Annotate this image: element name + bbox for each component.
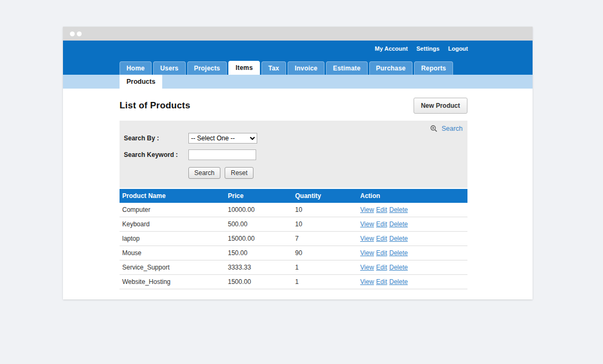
price-cell: 10000.00 — [225, 203, 292, 217]
search-buttons-row: Search Reset — [188, 167, 467, 179]
search-by-label: Search By : — [124, 134, 188, 142]
table-row: Service_Support3333.331ViewEditDelete — [120, 260, 467, 275]
search-toggle-link[interactable]: Search — [430, 125, 463, 132]
quantity-cell: 10 — [292, 203, 358, 217]
edit-link[interactable]: Edit — [376, 249, 387, 257]
tab-users[interactable]: Users — [153, 61, 185, 75]
edit-link[interactable]: Edit — [376, 278, 387, 286]
action-cell: ViewEditDelete — [358, 232, 467, 246]
view-link[interactable]: View — [360, 264, 374, 271]
column-header-quantity: Quantity — [292, 189, 358, 203]
edit-link[interactable]: Edit — [376, 206, 387, 213]
edit-link[interactable]: Edit — [376, 264, 387, 271]
tab-purchase[interactable]: Purchase — [369, 61, 413, 75]
zoom-in-magnifier-icon — [430, 125, 438, 132]
reset-button[interactable]: Reset — [225, 167, 253, 179]
window-control-dot[interactable] — [77, 31, 82, 36]
search-by-row: Search By : -- Select One -- — [124, 133, 467, 144]
tab-projects[interactable]: Projects — [187, 61, 227, 75]
settings-link[interactable]: Settings — [416, 45, 439, 52]
action-cell: ViewEditDelete — [358, 246, 467, 260]
quantity-cell: 90 — [292, 246, 358, 260]
tab-tax[interactable]: Tax — [261, 61, 286, 75]
my-account-link[interactable]: My Account — [375, 45, 408, 52]
search-keyword-label: Search Keyword : — [124, 151, 188, 159]
view-link[interactable]: View — [360, 235, 374, 242]
search-toggle-label: Search — [441, 125, 463, 132]
sub-nav: Products — [63, 75, 533, 89]
quantity-cell: 1 — [292, 275, 358, 289]
search-keyword-row: Search Keyword : — [124, 149, 467, 160]
products-table: Product Name Price Quantity Action Compu… — [120, 189, 467, 289]
page-head: List of Products New Product — [120, 98, 467, 114]
tab-invoice[interactable]: Invoice — [288, 61, 324, 75]
delete-link[interactable]: Delete — [389, 264, 408, 271]
column-header-price: Price — [225, 189, 292, 203]
page-content: List of Products New Product Search Sear… — [63, 89, 533, 289]
view-link[interactable]: View — [360, 206, 374, 213]
table-row: Website_Hosting1500.001ViewEditDelete — [120, 275, 467, 289]
product-name-cell: Mouse — [120, 246, 225, 260]
search-panel: Search Search By : -- Select One -- Sear… — [120, 121, 467, 188]
delete-link[interactable]: Delete — [389, 235, 408, 242]
tab-reports[interactable]: Reports — [414, 61, 453, 75]
quantity-cell: 1 — [292, 260, 358, 275]
new-product-button[interactable]: New Product — [414, 98, 467, 114]
price-cell: 15000.00 — [225, 232, 292, 246]
action-cell: ViewEditDelete — [358, 217, 467, 232]
product-name-cell: Computer — [120, 203, 225, 217]
search-button[interactable]: Search — [188, 167, 220, 179]
search-keyword-input[interactable] — [188, 149, 256, 160]
main-nav: HomeUsersProjectsItemsTaxInvoiceEstimate… — [120, 61, 453, 75]
tab-home[interactable]: Home — [120, 61, 152, 75]
delete-link[interactable]: Delete — [389, 206, 408, 213]
subtab-products[interactable]: Products — [120, 75, 162, 89]
price-cell: 3333.33 — [225, 260, 292, 275]
edit-link[interactable]: Edit — [376, 235, 387, 242]
quantity-cell: 7 — [292, 232, 358, 246]
product-name-cell: Website_Hosting — [120, 275, 225, 289]
delete-link[interactable]: Delete — [389, 220, 408, 228]
action-cell: ViewEditDelete — [358, 260, 467, 275]
product-name-cell: laptop — [120, 232, 225, 246]
logout-link[interactable]: Logout — [448, 45, 468, 52]
window-control-dot[interactable] — [70, 31, 75, 36]
column-header-product-name: Product Name — [120, 189, 225, 203]
quantity-cell: 10 — [292, 217, 358, 232]
delete-link[interactable]: Delete — [389, 249, 408, 257]
app-header: My Account Settings Logout HomeUsersProj… — [63, 41, 533, 75]
table-row: Keyboard500.0010ViewEditDelete — [120, 217, 467, 232]
products-table-body: Computer10000.0010ViewEditDeleteKeyboard… — [120, 203, 467, 289]
table-row: Computer10000.0010ViewEditDelete — [120, 203, 467, 217]
delete-link[interactable]: Delete — [389, 278, 408, 286]
price-cell: 500.00 — [225, 217, 292, 232]
view-link[interactable]: View — [360, 220, 374, 228]
browser-window: My Account Settings Logout HomeUsersProj… — [63, 27, 533, 299]
window-titlebar — [63, 27, 533, 41]
price-cell: 150.00 — [225, 246, 292, 260]
page-title: List of Products — [120, 100, 191, 111]
table-row: laptop15000.007ViewEditDelete — [120, 232, 467, 246]
product-name-cell: Service_Support — [120, 260, 225, 275]
search-by-select[interactable]: -- Select One -- — [188, 133, 257, 144]
column-header-action: Action — [358, 189, 467, 203]
products-table-header: Product Name Price Quantity Action — [120, 189, 467, 203]
view-link[interactable]: View — [360, 249, 374, 257]
edit-link[interactable]: Edit — [376, 220, 387, 228]
action-cell: ViewEditDelete — [358, 203, 467, 217]
tab-estimate[interactable]: Estimate — [326, 61, 368, 75]
table-row: Mouse150.0090ViewEditDelete — [120, 246, 467, 260]
tab-items[interactable]: Items — [228, 61, 259, 75]
account-links: My Account Settings Logout — [368, 45, 468, 52]
price-cell: 1500.00 — [225, 275, 292, 289]
view-link[interactable]: View — [360, 278, 374, 286]
action-cell: ViewEditDelete — [358, 275, 467, 289]
product-name-cell: Keyboard — [120, 217, 225, 232]
